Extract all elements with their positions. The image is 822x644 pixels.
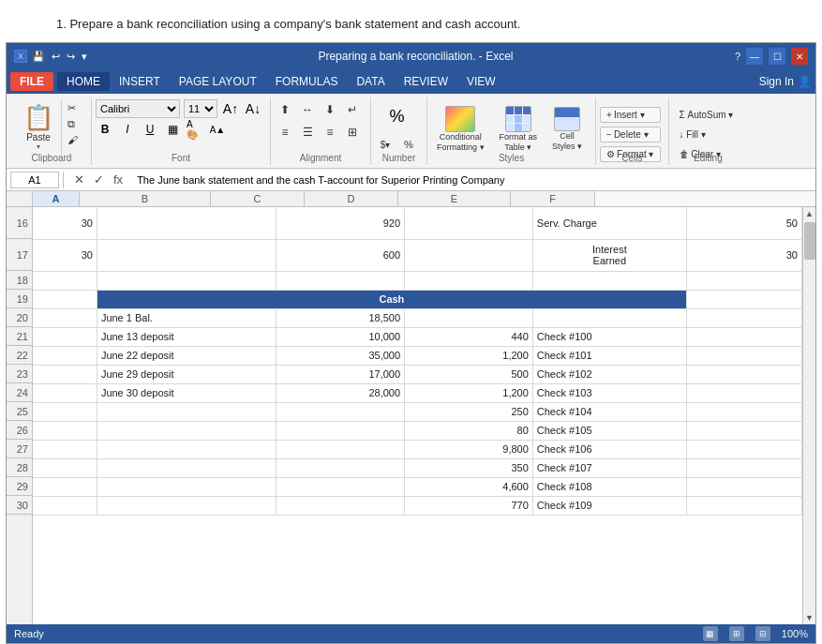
cell-d27[interactable]: 9,800	[405, 440, 533, 458]
scroll-thumb[interactable]	[804, 222, 815, 260]
table-row[interactable]: June 22 deposit 35,000 1,200 Check #101	[33, 346, 802, 365]
cell-b26[interactable]	[97, 421, 276, 440]
align-middle-button[interactable]: ↔	[297, 99, 318, 120]
cell-f26[interactable]	[686, 421, 801, 440]
save-qat-button[interactable]: 💾	[30, 51, 47, 63]
cell-a18[interactable]	[33, 271, 97, 290]
table-row[interactable]: 80 Check #105	[33, 421, 802, 440]
table-row[interactable]: 350 Check #107	[33, 458, 802, 477]
col-header-b[interactable]: B	[80, 191, 211, 206]
cell-f30[interactable]	[686, 496, 801, 515]
cell-a19[interactable]	[33, 290, 97, 308]
cell-d24[interactable]: 1,200	[405, 383, 533, 402]
format-painter-button[interactable]: 🖌	[66, 133, 80, 146]
cell-reference-input[interactable]	[10, 172, 59, 188]
undo-qat-button[interactable]: ↩	[50, 51, 62, 63]
confirm-formula-icon[interactable]: ✓	[91, 172, 107, 187]
cell-a24[interactable]	[33, 383, 97, 402]
col-header-c[interactable]: C	[211, 191, 305, 206]
sign-in-button[interactable]: Sign In 👤	[759, 75, 812, 88]
cancel-formula-icon[interactable]: ✕	[71, 172, 87, 187]
cell-f19[interactable]	[686, 290, 801, 308]
cell-b28[interactable]	[97, 458, 276, 477]
cell-d23[interactable]: 500	[405, 365, 533, 383]
cell-b21[interactable]: June 13 deposit	[97, 327, 276, 346]
redo-qat-button[interactable]: ↪	[65, 51, 77, 63]
cell-c24[interactable]: 28,000	[276, 383, 405, 402]
cell-e17[interactable]: InterestEarned	[532, 239, 686, 271]
table-row[interactable]: 4,600 Check #108	[33, 477, 802, 496]
cell-b17[interactable]	[97, 239, 276, 271]
cell-b23[interactable]: June 29 deposit	[97, 365, 276, 383]
cell-b24[interactable]: June 30 deposit	[97, 383, 276, 402]
cell-f25[interactable]	[686, 402, 801, 421]
cell-f21[interactable]	[686, 327, 801, 346]
merge-button[interactable]: ⊞	[342, 122, 363, 142]
table-row[interactable]: June 29 deposit 17,000 500 Check #102	[33, 365, 802, 383]
insert-menu[interactable]: INSERT	[110, 72, 170, 91]
formula-input[interactable]	[133, 174, 812, 186]
number-format-button[interactable]: $▾	[375, 134, 396, 155]
copy-button[interactable]: ⧉	[66, 117, 80, 131]
table-row[interactable]: 250 Check #104	[33, 402, 802, 421]
cell-e16[interactable]: Serv. Charge	[532, 207, 686, 239]
cell-e20[interactable]	[532, 308, 686, 327]
table-row[interactable]: June 1 Bal. 18,500	[33, 308, 802, 327]
cell-d20[interactable]	[405, 308, 533, 327]
minimize-button[interactable]: —	[746, 48, 763, 65]
font-color-button[interactable]: A▲	[208, 120, 227, 139]
wrap-text-button[interactable]: ↵	[342, 99, 363, 120]
paste-button[interactable]: 📋 Paste ▾	[16, 99, 62, 155]
home-menu[interactable]: HOME	[57, 72, 110, 91]
cell-b16[interactable]	[97, 207, 276, 239]
cell-c21[interactable]: 10,000	[276, 327, 405, 346]
vertical-scrollbar[interactable]: ▲ ▼	[802, 207, 815, 624]
help-button[interactable]: ?	[735, 51, 740, 62]
page-layout-menu[interactable]: PAGE LAYOUT	[170, 72, 266, 91]
col-header-e[interactable]: E	[398, 191, 511, 206]
cell-d21[interactable]: 440	[405, 327, 533, 346]
cell-d28[interactable]: 350	[405, 458, 533, 477]
cell-a16[interactable]: 30	[33, 207, 97, 239]
cell-e30[interactable]: Check #109	[532, 496, 686, 515]
cut-button[interactable]: ✂	[66, 101, 80, 115]
cell-c22[interactable]: 35,000	[276, 346, 405, 365]
close-button[interactable]: ✕	[791, 48, 808, 65]
cell-b18[interactable]	[97, 271, 276, 290]
increase-font-button[interactable]: A↑	[221, 99, 240, 118]
cell-a25[interactable]	[33, 402, 97, 421]
cell-c30[interactable]	[276, 496, 405, 515]
cell-b30[interactable]	[97, 496, 276, 515]
file-menu[interactable]: FILE	[10, 72, 53, 91]
cell-f17[interactable]: 30	[686, 239, 801, 271]
cell-c16[interactable]: 920	[276, 207, 405, 239]
cell-b22[interactable]: June 22 deposit	[97, 346, 276, 365]
cell-a17[interactable]: 30	[33, 239, 97, 271]
cell-d29[interactable]: 4,600	[405, 477, 533, 496]
cell-f20[interactable]	[686, 308, 801, 327]
data-menu[interactable]: DATA	[347, 72, 394, 91]
formulas-menu[interactable]: FORMULAS	[266, 72, 348, 91]
cell-e18[interactable]	[532, 271, 686, 290]
cell-f27[interactable]	[686, 440, 801, 458]
cell-d26[interactable]: 80	[405, 421, 533, 440]
table-row[interactable]: 770 Check #109	[33, 496, 802, 515]
font-size-select[interactable]: 11	[184, 99, 217, 118]
cell-b25[interactable]	[97, 402, 276, 421]
cell-e23[interactable]: Check #102	[532, 365, 686, 383]
cell-c18[interactable]	[276, 271, 405, 290]
align-right-button[interactable]: ≡	[320, 122, 340, 142]
table-row[interactable]: Cash	[33, 290, 802, 308]
scroll-down-button[interactable]: ▼	[803, 611, 816, 624]
cell-d17[interactable]	[405, 239, 533, 271]
cell-c20[interactable]: 18,500	[276, 308, 405, 327]
cell-c25[interactable]	[276, 402, 405, 421]
borders-button[interactable]: ▦	[163, 120, 182, 139]
cell-a28[interactable]	[33, 458, 97, 477]
italic-button[interactable]: I	[118, 120, 137, 139]
cell-styles-button[interactable]: CellStyles ▾	[546, 104, 588, 155]
normal-view-button[interactable]: ▦	[703, 626, 718, 641]
align-bottom-button[interactable]: ⬇	[320, 99, 340, 120]
col-header-d[interactable]: D	[305, 191, 398, 206]
cell-c28[interactable]	[276, 458, 405, 477]
